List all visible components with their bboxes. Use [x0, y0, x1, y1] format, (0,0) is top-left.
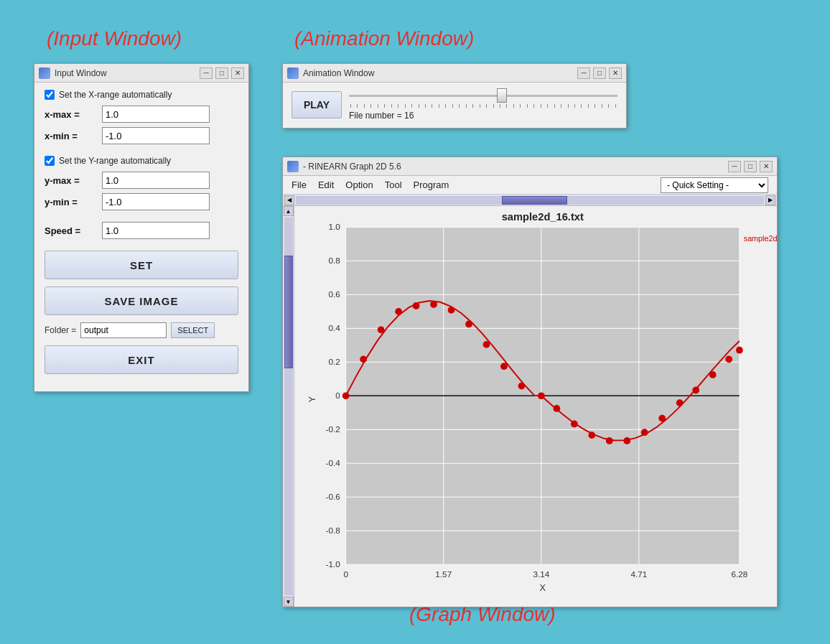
scroll-right-arrow[interactable]: ▶	[765, 195, 775, 205]
scroll-track-v[interactable]	[284, 218, 293, 595]
y-range-checkbox[interactable]	[45, 156, 55, 166]
svg-text:-0.4: -0.4	[326, 458, 341, 467]
menu-option[interactable]: Option	[340, 177, 378, 192]
svg-point-44	[448, 307, 455, 314]
svg-point-43	[430, 301, 437, 308]
svg-text:0.2: 0.2	[329, 357, 340, 366]
scroll-down-arrow[interactable]: ▼	[284, 597, 294, 607]
menu-file[interactable]: File	[286, 177, 312, 192]
slider-line	[349, 95, 617, 97]
scroll-thumb-v[interactable]	[284, 256, 293, 369]
menu-tool[interactable]: Tool	[379, 177, 408, 192]
x-range-checkbox[interactable]	[45, 90, 55, 100]
svg-point-61	[736, 347, 743, 354]
folder-input[interactable]	[80, 322, 167, 338]
graph-window-titlebar: - RINEARN Graph 2D 5.6 ─ □ ✕	[283, 157, 777, 176]
slider-ticks	[349, 104, 617, 108]
speed-input[interactable]	[102, 222, 210, 239]
anim-window-close[interactable]: ✕	[609, 67, 622, 79]
svg-text:sample2d_16.txt: sample2d_16.txt	[744, 234, 777, 243]
svg-text:X: X	[540, 582, 546, 593]
graph-window-close[interactable]: ✕	[760, 161, 773, 172]
animation-window-controls: ─ □ ✕	[577, 67, 622, 79]
ymax-row: y-max =	[45, 172, 238, 189]
ymin-row: y-min =	[45, 193, 238, 210]
anim-window-maximize[interactable]: □	[593, 67, 606, 79]
svg-point-40	[378, 326, 385, 333]
svg-point-38	[342, 392, 350, 399]
xmin-label: x-min =	[45, 131, 102, 141]
set-button[interactable]: SET	[45, 251, 238, 279]
svg-point-41	[395, 308, 402, 315]
svg-point-45	[465, 321, 472, 328]
svg-text:Y: Y	[307, 396, 317, 402]
graph-window-maximize[interactable]: □	[744, 161, 757, 172]
graph-main-area: ▲ ▼	[283, 206, 777, 607]
animation-window-label: (Animation Window)	[294, 27, 474, 50]
svg-text:6.28: 6.28	[731, 569, 747, 579]
animation-window-icon	[287, 67, 299, 79]
svg-point-59	[709, 371, 717, 378]
ymin-input[interactable]	[102, 193, 210, 210]
xmax-input[interactable]	[102, 106, 210, 123]
svg-text:0.8: 0.8	[329, 256, 341, 265]
xmin-input[interactable]	[102, 127, 210, 144]
scroll-up-arrow[interactable]: ▲	[284, 206, 294, 216]
svg-text:0: 0	[335, 391, 340, 400]
animation-window: Animation Window ─ □ ✕ PLAY File number …	[282, 63, 627, 129]
input-window-maximize[interactable]: □	[215, 67, 228, 79]
save-image-button[interactable]: SAVE IMAGE	[45, 286, 238, 315]
scroll-thumb-h[interactable]	[502, 196, 567, 205]
animation-window-body: PLAY File number = 16	[283, 83, 626, 128]
graph-menubar: File Edit Option Tool Program - Quick Se…	[283, 176, 777, 195]
svg-text:-0.2: -0.2	[326, 424, 340, 434]
slider-thumb[interactable]	[497, 88, 507, 103]
play-button[interactable]: PLAY	[292, 91, 342, 118]
anim-window-minimize[interactable]: ─	[577, 67, 590, 79]
graph-scrollbar-v[interactable]: ▲ ▼	[283, 206, 294, 607]
scroll-left-arrow[interactable]: ◀	[284, 195, 294, 205]
y-range-auto-row: Set the Y-range automatically	[45, 156, 238, 166]
input-window-controls: ─ □ ✕	[200, 67, 244, 79]
input-window-close[interactable]: ✕	[231, 67, 244, 79]
ymax-input[interactable]	[102, 172, 210, 189]
svg-point-54	[623, 437, 630, 444]
exit-button[interactable]: EXIT	[45, 345, 238, 374]
svg-text:0.4: 0.4	[329, 323, 341, 332]
select-button[interactable]: SELECT	[171, 322, 215, 338]
svg-text:-1.0: -1.0	[326, 559, 341, 569]
slider-track[interactable]	[349, 88, 617, 103]
svg-point-42	[413, 302, 420, 309]
svg-text:-0.6: -0.6	[326, 492, 341, 501]
input-window-icon	[39, 67, 50, 79]
ymax-label: y-max =	[45, 175, 102, 186]
input-window-title-text: Input Window	[55, 68, 200, 78]
svg-point-52	[588, 431, 595, 439]
quick-setting-select[interactable]: - Quick Setting -	[661, 177, 768, 193]
graph-canvas-area: sample2d_16.txt sample2d_16.txt 1.0 0.8 …	[294, 206, 777, 607]
menu-edit[interactable]: Edit	[312, 177, 340, 192]
svg-point-55	[641, 429, 648, 436]
input-window-minimize[interactable]: ─	[200, 67, 213, 79]
animation-window-title-text: Animation Window	[303, 68, 577, 78]
scroll-track-h[interactable]	[296, 196, 764, 205]
graph-window-minimize[interactable]: ─	[728, 161, 741, 172]
svg-point-50	[553, 405, 560, 412]
input-window-titlebar: Input Window ─ □ ✕	[34, 64, 248, 83]
svg-point-58	[692, 387, 699, 394]
xmin-row: x-min =	[45, 127, 238, 144]
svg-point-46	[483, 341, 490, 348]
svg-text:4.71: 4.71	[630, 569, 647, 579]
svg-point-56	[658, 415, 666, 422]
svg-point-51	[571, 421, 578, 428]
svg-text:-0.8: -0.8	[326, 526, 341, 535]
menu-program[interactable]: Program	[408, 177, 455, 192]
graph-window: - RINEARN Graph 2D 5.6 ─ □ ✕ File Edit O…	[282, 157, 778, 607]
graph-window-controls: ─ □ ✕	[728, 161, 773, 172]
input-window-body: Set the X-range automatically x-max = x-…	[34, 83, 248, 391]
svg-text:3.14: 3.14	[533, 569, 549, 579]
graph-scrollbar-h[interactable]: ◀ ▶	[283, 195, 777, 206]
svg-text:1.57: 1.57	[435, 569, 452, 579]
svg-point-49	[538, 392, 545, 399]
folder-row: Folder = SELECT	[45, 322, 238, 338]
